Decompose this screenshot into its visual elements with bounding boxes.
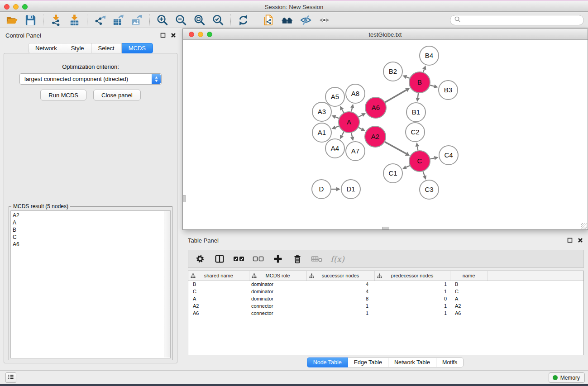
criterion-select[interactable]: largest connected component (directed) — [19, 73, 162, 85]
delete-column-icon[interactable] — [292, 253, 303, 264]
hide-panels-icon[interactable] — [299, 14, 313, 27]
graph-edge-B-B3[interactable] — [430, 84, 438, 88]
column-header-predecessor-nodes[interactable]: predecessor nodes — [374, 271, 450, 281]
search-input[interactable] — [463, 17, 580, 24]
tab-network-table[interactable]: Network Table — [388, 357, 436, 367]
graph-node-C[interactable]: C — [409, 151, 430, 172]
task-history-button[interactable] — [5, 372, 16, 383]
tab-style[interactable]: Style — [64, 43, 91, 53]
graph-node-A4[interactable]: A4 — [325, 139, 344, 158]
graph-node-C4[interactable]: C4 — [439, 146, 458, 165]
graph-node-B3[interactable]: B3 — [439, 81, 458, 100]
split-view-icon[interactable] — [214, 253, 225, 264]
memory-button[interactable]: Memory — [549, 372, 585, 383]
graph-node-A8[interactable]: A8 — [346, 84, 365, 103]
tab-network[interactable]: Network — [28, 43, 64, 53]
export-image-icon[interactable] — [130, 14, 144, 27]
new-network-from-selection-icon[interactable] — [262, 14, 276, 27]
graph-node-A7[interactable]: A7 — [346, 142, 365, 161]
window-titlebar[interactable]: Session: New Session — [0, 0, 588, 12]
graph-edge-C-C4[interactable] — [430, 156, 439, 160]
zoom-in-icon[interactable] — [155, 14, 169, 27]
graph-edge-A-A4[interactable] — [340, 132, 344, 139]
window-resize-grip[interactable] — [581, 223, 587, 229]
float-table-panel-icon[interactable] — [567, 238, 573, 243]
graph-node-D1[interactable]: D1 — [341, 180, 360, 199]
graph-edge-B-B4[interactable] — [422, 66, 426, 72]
cell-successor-nodes[interactable]: 1 — [306, 310, 374, 317]
cell-predecessor-nodes[interactable]: 1 — [374, 310, 450, 317]
cell-predecessor-nodes[interactable]: 1 — [374, 281, 450, 288]
graph-edge-B-B1[interactable] — [416, 93, 420, 102]
open-session-icon[interactable] — [5, 14, 19, 27]
select-all-icon[interactable] — [233, 253, 245, 264]
graph-edge-B-B2[interactable] — [402, 75, 409, 79]
column-header-shared-name[interactable]: shared name — [188, 271, 249, 281]
table-row[interactable]: A6connector11A6 — [188, 310, 583, 317]
cell-name[interactable]: C — [450, 288, 488, 295]
graph-edge-A-A3[interactable] — [331, 115, 339, 119]
graph-edge-C-C1[interactable] — [402, 166, 410, 169]
close-panel-button[interactable]: Close panel — [93, 90, 141, 100]
graph-node-C1[interactable]: C1 — [383, 164, 402, 183]
zoom-out-icon[interactable] — [174, 14, 188, 27]
graph-edge-A-A2[interactable] — [359, 128, 365, 131]
cell-mcds-role[interactable]: connector — [249, 302, 306, 310]
graph-edge-A2-C[interactable] — [385, 142, 410, 156]
tab-select[interactable]: Select — [91, 43, 122, 53]
graph-node-B4[interactable]: B4 — [420, 46, 439, 65]
result-item[interactable]: B — [11, 226, 170, 234]
graph-node-C3[interactable]: C3 — [420, 180, 439, 199]
table-row[interactable]: Cdominator41C — [188, 288, 583, 295]
cell-name[interactable]: A2 — [450, 302, 488, 310]
graph-node-B2[interactable]: B2 — [383, 62, 402, 81]
tab-motifs[interactable]: Motifs — [436, 357, 464, 367]
cell-shared-name[interactable]: A2 — [188, 302, 249, 310]
cell-name[interactable]: A6 — [450, 310, 488, 317]
graph-edge-D-D1[interactable] — [331, 187, 340, 191]
graph-node-A6[interactable]: A6 — [365, 97, 386, 118]
cell-mcds-role[interactable]: connector — [249, 310, 306, 317]
home-icon[interactable] — [280, 14, 294, 27]
graph-node-A5[interactable]: A5 — [325, 87, 344, 106]
zoom-fit-icon[interactable] — [192, 14, 206, 27]
close-table-panel-icon[interactable] — [578, 238, 583, 243]
table-row[interactable]: A2connector11A2 — [188, 302, 583, 310]
tab-node-table[interactable]: Node Table — [307, 357, 348, 367]
run-mcds-button[interactable]: Run MCDS — [40, 90, 86, 100]
cell-predecessor-nodes[interactable]: 1 — [374, 302, 450, 310]
graph-edge-C-C3[interactable] — [423, 172, 426, 180]
cell-mcds-role[interactable]: dominator — [249, 281, 306, 288]
cell-mcds-role[interactable]: dominator — [249, 295, 306, 302]
graph-node-A3[interactable]: A3 — [312, 102, 331, 121]
result-item[interactable]: A — [11, 219, 170, 226]
cell-name[interactable]: A — [450, 295, 488, 302]
graph-node-C2[interactable]: C2 — [406, 123, 425, 142]
table-row[interactable]: Adominator80A — [188, 295, 583, 302]
result-scrollbar[interactable] — [164, 211, 170, 357]
graph-node-B1[interactable]: B1 — [406, 103, 425, 122]
bottom-splitter-handle[interactable] — [382, 227, 389, 229]
cell-name[interactable]: B — [450, 281, 488, 288]
zoom-selected-icon[interactable] — [211, 14, 225, 27]
close-panel-icon[interactable] — [171, 33, 176, 38]
float-panel-icon[interactable] — [160, 33, 166, 38]
tab-mcds[interactable]: MCDS — [122, 43, 153, 53]
column-header-successor-nodes[interactable]: successor nodes — [306, 271, 374, 281]
graph-edge-A-A7[interactable] — [350, 133, 354, 141]
graph-edge-C-C2[interactable] — [416, 143, 420, 151]
export-table-icon[interactable] — [111, 14, 125, 27]
graph-edge-A-A6[interactable] — [359, 113, 366, 117]
network-window-titlebar[interactable]: testGlobe.txt — [183, 29, 588, 40]
cell-successor-nodes[interactable]: 4 — [306, 288, 374, 295]
cell-shared-name[interactable]: A — [188, 295, 249, 302]
cell-successor-nodes[interactable]: 4 — [306, 281, 374, 288]
cell-shared-name[interactable]: A6 — [188, 310, 249, 317]
import-table-icon[interactable] — [67, 14, 81, 27]
table-mode-icon[interactable] — [194, 253, 206, 264]
graph-node-A[interactable]: A — [339, 112, 359, 133]
cell-shared-name[interactable]: B — [188, 281, 249, 288]
result-item[interactable]: C — [11, 234, 170, 241]
result-item[interactable]: A6 — [11, 241, 170, 248]
table-row[interactable]: Bdominator41B — [188, 281, 583, 288]
